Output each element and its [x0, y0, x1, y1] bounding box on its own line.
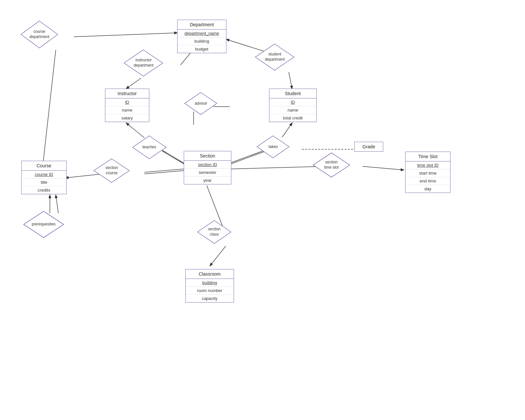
entity-section-attr-2: year — [184, 177, 231, 184]
entity-classroom-attr-1: room number — [186, 287, 234, 295]
svg-line-0 — [74, 33, 177, 37]
entity-section-title: Section — [184, 151, 231, 161]
diamond-takes: takes — [256, 135, 290, 159]
entity-section-attr-1: semester — [184, 169, 231, 177]
diamond-prerequesites: prerequesites — [22, 210, 65, 239]
diamond-instructor-department: instructordepartment — [123, 49, 164, 77]
svg-line-21 — [210, 246, 226, 266]
diamond-student-department-label: studentdepartment — [265, 52, 285, 62]
entity-instructor-attr-0: ID — [105, 98, 149, 106]
svg-line-17 — [144, 171, 184, 174]
entity-classroom: Classroom building room number capacity — [185, 269, 234, 303]
svg-line-16 — [144, 169, 184, 172]
diamond-teaches-label: teaches — [142, 145, 156, 150]
diamond-section-timeslot: sectiontime slot — [312, 152, 351, 178]
entity-department-title: Department — [178, 20, 226, 30]
entity-department-attr-0: department_name — [178, 30, 226, 37]
diamond-advisor-label: advisor — [195, 101, 207, 106]
entity-course-attr-1: title — [22, 178, 66, 186]
entity-classroom-attr-2: capacity — [186, 295, 234, 302]
entity-student: Student ID name total credit — [269, 89, 317, 122]
entity-course-attr-2: credits — [22, 186, 66, 194]
diamond-instructor-department-label: instructordepartment — [134, 58, 154, 68]
entity-instructor-attr-1: name — [105, 106, 149, 114]
entity-instructor-attr-2: salary — [105, 114, 149, 122]
entity-section-attr-0: section ID — [184, 161, 231, 169]
diamond-course-department-label: coursedepartment — [30, 29, 50, 39]
svg-line-3 — [126, 78, 141, 89]
entity-timeslot-attr-1: start time — [406, 169, 450, 177]
entity-timeslot-attr-3: day — [406, 185, 450, 193]
entity-timeslot-title: Time Slot — [406, 152, 450, 161]
entity-timeslot-attr-2: end time — [406, 177, 450, 185]
svg-line-18 — [230, 166, 325, 169]
diamond-student-department: studentdepartment — [254, 43, 295, 72]
entity-instructor-title: Instructor — [105, 89, 149, 98]
diamond-prerequesites-label: prerequesites — [32, 222, 56, 227]
svg-line-19 — [363, 166, 404, 170]
entity-classroom-attr-0: building — [186, 279, 234, 287]
entity-student-attr-1: name — [269, 106, 316, 114]
entity-instructor: Instructor ID name salary — [105, 89, 149, 122]
diamond-course-department: coursedepartment — [20, 20, 59, 49]
diamond-takes-label: takes — [268, 144, 278, 150]
entity-course: Course course ID title credits — [21, 161, 67, 194]
diamond-section-course: sectioncourse — [93, 158, 131, 184]
entity-student-title: Student — [269, 89, 316, 98]
entity-timeslot-attr-0: time slot ID — [406, 161, 450, 169]
entity-classroom-title: Classroom — [186, 269, 234, 279]
entity-timeslot: Time Slot time slot ID start time end ti… — [405, 152, 451, 193]
svg-line-1 — [43, 50, 56, 161]
entity-department-attr-2: budget — [178, 45, 226, 53]
diamond-section-course-label: sectioncourse — [105, 165, 118, 176]
diamond-section-timeslot-label: sectiontime slot — [324, 160, 339, 170]
entity-department: Department department_name building budg… — [177, 20, 226, 53]
entity-student-attr-2: total credit — [269, 114, 316, 122]
svg-line-5 — [289, 72, 292, 89]
entity-student-attr-0: ID — [269, 98, 316, 106]
entity-course-title: Course — [22, 161, 66, 171]
diamond-section-class: sectionclass — [196, 219, 232, 245]
entity-course-attr-0: course ID — [22, 171, 66, 178]
diamond-teaches: teaches — [131, 135, 167, 160]
diamond-advisor: advisor — [184, 91, 218, 116]
entity-grade-title: Grade — [355, 142, 383, 151]
entity-grade: Grade — [354, 142, 383, 152]
entity-section: Section section ID semester year — [184, 151, 231, 184]
er-diagram: Department department_name building budg… — [0, 0, 525, 420]
entity-department-attr-1: building — [178, 37, 226, 45]
diamond-section-class-label: sectionclass — [208, 227, 220, 237]
